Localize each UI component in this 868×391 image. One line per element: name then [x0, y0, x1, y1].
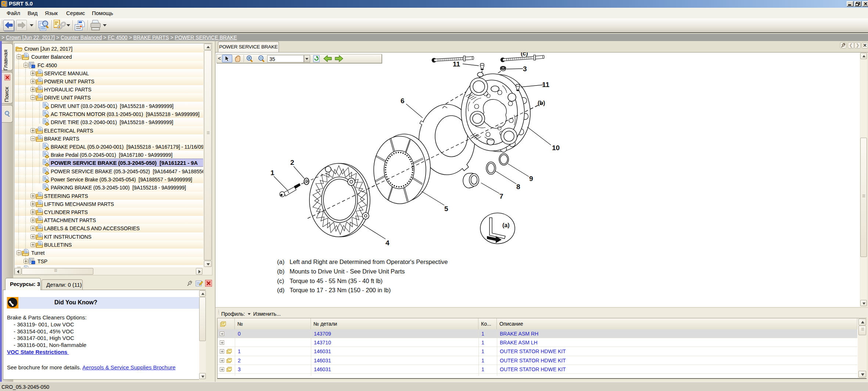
- svg-text:Mounts to Drive Unit - See Dri: Mounts to Drive Unit - See Drive Unit Pa…: [290, 268, 405, 275]
- svg-text:Torque to 45 - 55 Nm (35 - 40: Torque to 45 - 55 Nm (35 - 40 ft lb): [290, 278, 383, 284]
- svg-text:2: 2: [290, 159, 294, 166]
- svg-text:(b): (b): [538, 100, 545, 106]
- svg-text:(b): (b): [277, 268, 284, 275]
- svg-text:Left and Right are Determined: Left and Right are Determined from Opera…: [290, 258, 448, 265]
- svg-text:Torque to 17 - 23 Nm (150 - 20: Torque to 17 - 23 Nm (150 - 200 in lb): [290, 287, 391, 293]
- svg-text:(d): (d): [277, 287, 284, 293]
- svg-text:3: 3: [523, 65, 527, 73]
- svg-text:7: 7: [499, 192, 503, 200]
- svg-text:11: 11: [542, 81, 550, 88]
- svg-text:10: 10: [552, 144, 560, 152]
- svg-text:1: 1: [270, 169, 275, 177]
- svg-text:11: 11: [453, 60, 460, 68]
- svg-text:(a): (a): [277, 258, 284, 265]
- svg-text:(c): (c): [521, 53, 528, 57]
- svg-text:6: 6: [401, 97, 405, 105]
- svg-text:4: 4: [385, 239, 390, 247]
- svg-text:9: 9: [529, 175, 533, 182]
- svg-text:(c): (c): [277, 278, 284, 284]
- svg-text:(a): (a): [502, 222, 510, 228]
- svg-text:8: 8: [516, 183, 520, 191]
- svg-text:5: 5: [444, 205, 448, 213]
